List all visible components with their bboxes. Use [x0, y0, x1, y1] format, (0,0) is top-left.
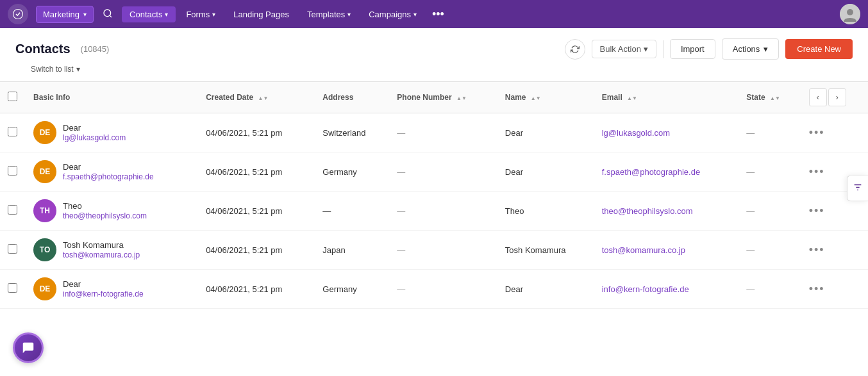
row-checkbox[interactable] [8, 166, 17, 176]
svg-point-0 [13, 10, 23, 19]
forms-chevron-icon: ▾ [212, 11, 215, 18]
created-date-sort-icon[interactable]: ▲▼ [258, 95, 269, 101]
contact-email-sub[interactable]: info@kern-fotografie.de [63, 290, 144, 298]
col-state: State ▲▼ [739, 82, 801, 113]
chat-fab-button[interactable] [13, 332, 44, 363]
basic-info-cell: DE Dear f.spaeth@photographie.de [26, 152, 198, 192]
phone-sort-icon[interactable]: ▲▼ [456, 95, 467, 101]
svg-point-3 [847, 9, 853, 15]
switch-list-chevron-icon: ▾ [76, 65, 80, 74]
actions-chevron-icon: ▾ [764, 44, 768, 54]
select-all-checkbox[interactable] [8, 92, 17, 101]
email-cell: lg@lukasgold.com [594, 113, 739, 152]
basic-info-cell: TO Tosh Komamura tosh@komamura.co.jp [26, 231, 198, 270]
forms-nav-item[interactable]: Forms ▾ [178, 6, 223, 22]
row-checkbox-cell [0, 270, 26, 309]
page-title: Contacts [15, 42, 71, 56]
contact-email-link[interactable]: f.spaeth@photographie.de [602, 167, 700, 177]
state-cell: — [739, 231, 801, 270]
contact-name: Theo [63, 201, 147, 211]
name-cell: Dear [497, 270, 594, 309]
landing-pages-nav-item[interactable]: Landing Pages [226, 6, 297, 22]
templates-nav-item[interactable]: Templates ▾ [299, 6, 358, 22]
more-nav-button[interactable]: ••• [427, 5, 449, 24]
contact-info: Dear f.spaeth@photographie.de [63, 162, 154, 181]
campaigns-chevron-icon: ▾ [413, 11, 417, 18]
contact-email-link[interactable]: lg@lukasgold.com [602, 128, 670, 138]
page-header: Contacts (10845) Bulk Action ▾ Import Ac… [0, 28, 868, 65]
phone-cell: — [389, 113, 497, 152]
row-menu-cell: ••• [801, 113, 868, 152]
row-menu-cell: ••• [801, 231, 868, 270]
row-checkbox-cell [0, 152, 26, 192]
filter-fab-button[interactable] [847, 175, 868, 201]
row-checkbox-cell [0, 113, 26, 152]
basic-info-cell: DE Dear info@kern-fotografie.de [26, 270, 198, 309]
name-cell: Theo [497, 192, 594, 231]
row-checkbox[interactable] [8, 127, 17, 136]
prev-page-button[interactable]: ‹ [809, 88, 827, 106]
contact-email-link[interactable]: theo@theophilsyslo.com [602, 206, 693, 216]
row-context-menu-button[interactable]: ••• [809, 126, 825, 139]
header-actions: Bulk Action ▾ Import Actions ▾ Create Ne… [565, 38, 853, 60]
contact-info: Theo theo@theophilsyslo.com [63, 201, 147, 220]
app-logo[interactable] [8, 4, 28, 24]
contact-email-link[interactable]: info@kern-fotografie.de [602, 284, 689, 294]
search-button[interactable] [96, 4, 119, 24]
basic-info-cell: DE Dear lg@lukasgold.com [26, 113, 198, 152]
contact-name: Tosh Komamura [63, 240, 140, 250]
name-cell: Tosh Komamura [497, 231, 594, 270]
import-button[interactable]: Import [670, 39, 715, 59]
header-divider [663, 40, 664, 58]
email-sort-icon[interactable]: ▲▼ [627, 95, 637, 101]
state-cell: — [739, 270, 801, 309]
marketing-dropdown[interactable]: Marketing ▾ [36, 6, 94, 23]
table-row: DE Dear lg@lukasgold.com 04/06/2021, 5:2… [0, 113, 868, 152]
contact-email-sub[interactable]: tosh@komamura.co.jp [63, 250, 140, 259]
address-cell: Germany [315, 270, 389, 309]
created-date-cell: 04/06/2021, 5:21 pm [198, 231, 315, 270]
row-checkbox-cell [0, 192, 26, 231]
row-context-menu-button[interactable]: ••• [809, 165, 825, 178]
row-context-menu-button[interactable]: ••• [809, 243, 825, 256]
contact-email-link[interactable]: tosh@komamura.co.jp [602, 245, 685, 255]
contact-info: Tosh Komamura tosh@komamura.co.jp [63, 240, 140, 259]
contacts-table-body: DE Dear lg@lukasgold.com 04/06/2021, 5:2… [0, 113, 868, 309]
next-page-button[interactable]: › [828, 88, 846, 106]
email-cell: info@kern-fotografie.de [594, 270, 739, 309]
address-cell: Switzerland [315, 113, 389, 152]
row-checkbox[interactable] [8, 283, 17, 293]
contacts-nav-item[interactable]: Contacts ▾ [122, 6, 176, 22]
actions-button[interactable]: Actions ▾ [722, 38, 780, 60]
contact-email-sub[interactable]: lg@lukasgold.com [63, 133, 126, 142]
name-sort-icon[interactable]: ▲▼ [531, 95, 541, 101]
contact-email-sub[interactable]: theo@theophilsyslo.com [63, 211, 147, 220]
col-nav: ‹ › [801, 82, 868, 113]
state-sort-icon[interactable]: ▲▼ [770, 95, 780, 101]
email-cell: f.spaeth@photographie.de [594, 152, 739, 192]
create-new-button[interactable]: Create New [785, 39, 853, 59]
row-checkbox[interactable] [8, 205, 17, 215]
phone-cell: — [389, 231, 497, 270]
row-context-menu-button[interactable]: ••• [809, 282, 825, 295]
refresh-button[interactable] [565, 39, 585, 60]
campaigns-nav-item[interactable]: Campaigns ▾ [361, 6, 424, 22]
bulk-action-button[interactable]: Bulk Action ▾ [592, 40, 656, 58]
user-avatar[interactable] [840, 4, 860, 24]
created-date-cell: 04/06/2021, 5:21 pm [198, 113, 315, 152]
contact-name: Dear [63, 279, 144, 289]
row-context-menu-button[interactable]: ••• [809, 204, 825, 217]
email-cell: theo@theophilsyslo.com [594, 192, 739, 231]
col-address: Address [315, 82, 389, 113]
templates-chevron-icon: ▾ [347, 11, 351, 18]
state-cell: — [739, 152, 801, 192]
table-header-row: Basic Info Created Date ▲▼ Address Phone… [0, 82, 868, 113]
contact-avatar: DE [33, 277, 56, 300]
contact-email-sub[interactable]: f.spaeth@photographie.de [63, 172, 154, 181]
state-cell: — [739, 192, 801, 231]
page-content: Contacts (10845) Bulk Action ▾ Import Ac… [0, 28, 868, 376]
col-basic-info: Basic Info [26, 82, 198, 113]
switch-to-list[interactable]: Switch to list ▾ [15, 65, 853, 81]
name-cell: Dear [497, 113, 594, 152]
row-checkbox[interactable] [8, 244, 17, 254]
